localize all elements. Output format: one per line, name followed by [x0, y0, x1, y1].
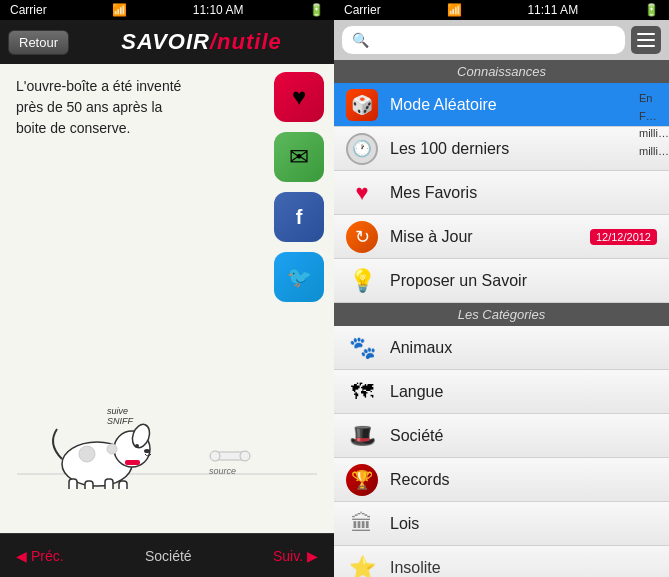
svg-text:source: source	[209, 466, 236, 476]
app-logo: SAVOIR/nutile	[77, 29, 326, 55]
list-item-last100[interactable]: 🕐 Les 100 derniers	[334, 127, 669, 171]
list-item-propose[interactable]: 💡 Proposer un Savoir	[334, 259, 669, 303]
heart-share-button[interactable]: ♥	[274, 72, 324, 122]
dog-svg: suive SNIFF source	[17, 374, 317, 489]
carrier-left: Carrier	[10, 3, 47, 17]
svg-text:suive: suive	[107, 406, 128, 416]
time-left: 11:10 AM	[193, 3, 244, 17]
left-panel: Carrier 📶 11:10 AM 🔋 Retour SAVOIR/nutil…	[0, 0, 334, 577]
status-bar-right: Carrier 📶 11:11 AM 🔋	[334, 0, 669, 20]
current-category: Société	[145, 548, 192, 564]
dice-icon: 🎲	[346, 89, 378, 121]
menu-button[interactable]	[631, 26, 661, 54]
battery-right: 🔋	[644, 3, 659, 17]
app-title-left: SAVOIR	[121, 29, 210, 54]
insolite-icon: ⭐	[346, 552, 378, 578]
list-item-records[interactable]: 🏆 Records	[334, 458, 669, 502]
clock-icon: 🕐	[346, 133, 378, 165]
prev-button[interactable]: ◀ Préc.	[16, 548, 64, 564]
email-share-button[interactable]: ✉	[274, 132, 324, 182]
svg-point-16	[210, 451, 220, 461]
list-item-insolite[interactable]: ⭐ Insolite	[334, 546, 669, 577]
menu-line-3	[637, 45, 655, 47]
trophy-icon: 🏆	[346, 464, 378, 496]
top-bar-left: Retour SAVOIR/nutile	[0, 20, 334, 64]
side-icons: ♥ ✉ f 🐦	[274, 72, 324, 302]
item-label-laws: Lois	[390, 515, 657, 533]
menu-line-1	[637, 33, 655, 35]
left-content: L'ouvre-boîte a été inventé près de 50 a…	[0, 64, 334, 533]
list-item-favorites[interactable]: ♥ Mes Favoris	[334, 171, 669, 215]
item-label-insolite: Insolite	[390, 559, 657, 577]
item-label-propose: Proposer un Savoir	[390, 272, 657, 290]
refresh-icon: ↻	[346, 221, 378, 253]
facebook-share-button[interactable]: f	[274, 192, 324, 242]
wifi-icon-left: 📶	[112, 3, 127, 17]
svg-point-17	[240, 451, 250, 461]
update-badge: 12/12/2012	[590, 229, 657, 245]
app-title-right: /nutile	[210, 29, 282, 54]
list-item-update[interactable]: ↻ Mise à Jour 12/12/2012	[334, 215, 669, 259]
lightbulb-icon: 💡	[346, 265, 378, 297]
map-icon: 🗺	[346, 376, 378, 408]
hat-icon: 🎩	[346, 420, 378, 452]
status-bar-left: Carrier 📶 11:10 AM 🔋	[0, 0, 334, 20]
item-label-records: Records	[390, 471, 657, 489]
svg-rect-8	[105, 479, 113, 489]
section-header-connaissances: Connaissances	[334, 60, 669, 83]
list-item-animals[interactable]: 🐾 Animaux	[334, 326, 669, 370]
svg-rect-6	[69, 479, 77, 489]
facebook-share-icon: f	[296, 206, 303, 229]
svg-point-10	[79, 446, 95, 462]
email-share-icon: ✉	[289, 143, 309, 171]
item-label-random: Mode Aléatoire	[390, 96, 657, 114]
building-icon: 🏛	[346, 508, 378, 540]
svg-rect-7	[85, 481, 93, 489]
next-button[interactable]: Suiv. ▶	[273, 548, 318, 564]
item-label-language: Langue	[390, 383, 657, 401]
svg-rect-9	[119, 481, 127, 489]
svg-point-11	[107, 444, 117, 454]
svg-point-4	[135, 444, 139, 448]
twitter-share-icon: 🐦	[287, 265, 312, 289]
search-icon: 🔍	[352, 32, 369, 48]
svg-point-5	[144, 449, 150, 453]
item-label-last100: Les 100 derniers	[390, 140, 657, 158]
search-input-wrap[interactable]: 🔍	[342, 26, 625, 54]
time-right: 11:11 AM	[527, 3, 578, 17]
search-bar: 🔍	[334, 20, 669, 60]
battery-left: 🔋	[309, 3, 324, 17]
animal-icon: 🐾	[346, 332, 378, 364]
carrier-right: Carrier	[344, 3, 381, 17]
menu-line-2	[637, 39, 655, 41]
list-container[interactable]: Connaissances 🎲 Mode Aléatoire 🕐 Les 100…	[334, 60, 669, 577]
item-label-society: Société	[390, 427, 657, 445]
right-panel: Carrier 📶 11:11 AM 🔋 🔍 Connaissances 🎲 M…	[334, 0, 669, 577]
wifi-icon-right: 📶	[447, 3, 462, 17]
bottom-nav: ◀ Préc. Société Suiv. ▶	[0, 533, 334, 577]
heart-share-icon: ♥	[292, 83, 306, 111]
dog-illustration: suive SNIFF source	[0, 369, 334, 489]
svg-text:SNIFF: SNIFF	[107, 416, 134, 426]
twitter-share-button[interactable]: 🐦	[274, 252, 324, 302]
list-item-laws[interactable]: 🏛 Lois	[334, 502, 669, 546]
list-item-language[interactable]: 🗺 Langue	[334, 370, 669, 414]
item-label-update: Mise à Jour	[390, 228, 578, 246]
back-button[interactable]: Retour	[8, 30, 69, 55]
list-item-society[interactable]: 🎩 Société	[334, 414, 669, 458]
heart-menu-icon: ♥	[346, 177, 378, 209]
section-header-categories: Les Catégories	[334, 303, 669, 326]
item-label-animals: Animaux	[390, 339, 657, 357]
list-item-random[interactable]: 🎲 Mode Aléatoire	[334, 83, 669, 127]
item-label-favorites: Mes Favoris	[390, 184, 657, 202]
svg-rect-12	[125, 460, 140, 465]
